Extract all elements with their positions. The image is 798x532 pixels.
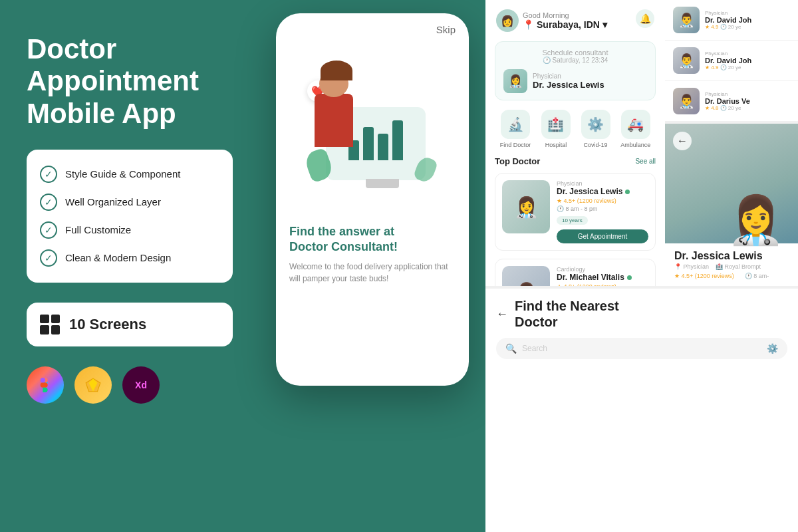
location-pin-icon: 📍: [523, 19, 534, 30]
check-icon-customize: ✓: [40, 221, 57, 239]
cat-covid[interactable]: ⚙️ Covid-19: [581, 110, 610, 148]
find-nearest-section: ← Find the NearestDoctor 🔍 Search ⚙️: [485, 286, 798, 532]
filter-icon[interactable]: ⚙️: [767, 343, 778, 354]
detail-location-row: 📍 Physician 🏥 Royal Brompt: [674, 263, 789, 270]
jessica-avatar: 👩‍⚕️: [502, 180, 550, 233]
doctor-card-michael: 👨‍⚕️ Cardiology Dr. Michael Vitalis ★ 4.…: [495, 259, 656, 286]
top-physician-avatar: 👨‍⚕️: [673, 7, 700, 33]
figma-icon: [27, 366, 64, 404]
clock-icon: 🕐: [543, 57, 551, 64]
michael-name: Dr. Michael Vitalis: [557, 273, 648, 282]
screens-label: 10 Screens: [69, 316, 146, 333]
tab-details[interactable]: Details: [674, 285, 708, 286]
svg-point-0: [41, 378, 45, 382]
covid-label: Covid-19: [584, 142, 608, 148]
find-nearest-back-arrow[interactable]: ←: [496, 307, 508, 321]
app-screen-home: 👩 Good Morning 📍 Surabaya, IDN ▾ 🔔: [485, 0, 665, 286]
mini-card-david: 👨‍⚕️ Physician Dr. David Joh ★ 4.9 🕐 20 …: [665, 41, 798, 81]
find-doctor-label: Find Doctor: [500, 142, 531, 148]
michael-avatar: 👨‍⚕️: [502, 266, 550, 286]
david-rating: ★ 4.9 🕐 20 ye: [705, 65, 790, 70]
hospital-label: Hospital: [545, 142, 567, 148]
search-placeholder: Search: [522, 344, 761, 353]
darius-rating: ★ 4.8 🕐 20 ye: [705, 105, 790, 111]
top-physician-name: Dr. David Joh: [705, 16, 790, 24]
detail-specialty: 📍 Physician: [674, 263, 709, 270]
notification-icon[interactable]: 🔔: [636, 9, 654, 28]
darius-specialty: Physician: [705, 91, 790, 97]
top-physician-info: Physician Dr. David Joh ★ 4.9 🕐 20 ye: [705, 10, 790, 30]
darius-name: Dr. Darius Ve: [705, 97, 790, 105]
covid-icon: ⚙️: [581, 110, 610, 139]
feature-item-style: ✓ Style Guide & Component: [40, 166, 219, 183]
skip-button[interactable]: Skip: [436, 24, 456, 35]
category-icons-row: 🔬 Find Doctor 🏥 Hospital ⚙️ Covid-19 🚑 A…: [485, 104, 665, 154]
david-name: Dr. David Joh: [705, 57, 790, 65]
mini-card-top: 👨‍⚕️ Physician Dr. David Joh ★ 4.9 🕐 20 …: [665, 0, 798, 41]
jessica-exp: 10 years: [557, 216, 588, 225]
sketch-icon: [74, 366, 112, 404]
grid-icon: [40, 315, 60, 334]
top-doctor-title: Top Doctor: [495, 156, 540, 166]
phone-mockup: Skip 👤: [276, 13, 469, 386]
michael-online-indicator: [627, 275, 632, 280]
left-panel: Doctor AppointmentMobile App ✓ Style Gui…: [0, 0, 259, 532]
detail-hospital: 🏥 Royal Brompt: [716, 263, 761, 270]
jessica-specialty: Physician: [557, 180, 648, 187]
schedule-time: 🕐 Saturday, 12 23:34: [503, 57, 647, 64]
search-icon: 🔍: [505, 343, 517, 354]
darius-avatar: 👨‍⚕️: [673, 88, 700, 114]
feature-item-layer: ✓ Well Organized Layer: [40, 194, 219, 211]
detail-rating: ★ 4.5+ (1200 reviews): [674, 273, 734, 279]
app-header: 👩 Good Morning 📍 Surabaya, IDN ▾ 🔔: [485, 0, 665, 37]
ambulance-icon: 🚑: [621, 110, 650, 139]
feature-label-layer: Well Organized Layer: [65, 196, 161, 207]
jessica-appt-button[interactable]: Get Appointment: [557, 229, 648, 243]
check-icon-clean: ✓: [40, 249, 57, 267]
jessica-rating: ★ 4.5+ (1200 reviews): [557, 198, 648, 204]
detail-rating-row: ★ 4.5+ (1200 reviews) 🕐 8 am-: [674, 273, 789, 279]
find-answer-subtitle: Welcome to the food delivery application…: [289, 261, 456, 285]
features-box: ✓ Style Guide & Component ✓ Well Organiz…: [27, 150, 233, 283]
cat-find-doctor[interactable]: 🔬 Find Doctor: [500, 110, 531, 148]
location-text: 📍 Surabaya, IDN ▾: [523, 19, 607, 30]
david-info: Physician Dr. David Joh ★ 4.9 🕐 20 ye: [705, 51, 790, 70]
feature-label-customize: Full Customize: [65, 224, 131, 235]
david-specialty: Physician: [705, 51, 790, 57]
hospital-icon: 🏥: [541, 110, 571, 139]
phone-text-content: Find the answer atDoctor Consultant! Wel…: [276, 213, 469, 386]
screens-box: 10 Screens: [27, 303, 233, 346]
darius-info: Physician Dr. Darius Ve ★ 4.8 🕐 20 ye: [705, 91, 790, 111]
schedule-doctor: 👩‍⚕️ Physician Dr. Jessica Lewis: [503, 69, 647, 93]
detail-tabs: Details: [674, 285, 789, 286]
schedule-card: Schedule consultant 🕐 Saturday, 12 23:34…: [495, 41, 656, 100]
center-panel: Skip 👤: [259, 0, 485, 532]
detail-back-arrow[interactable]: ←: [673, 132, 692, 150]
phone-top-bar: Skip: [276, 13, 469, 41]
top-physician-specialty: Physician: [705, 10, 790, 16]
main-title: Doctor AppointmentMobile App: [27, 33, 233, 130]
feature-label-style: Style Guide & Component: [65, 168, 180, 180]
michael-info: Cardiology Dr. Michael Vitalis ★ 4.8+ (1…: [557, 266, 648, 286]
user-avatar: 👩: [496, 9, 519, 32]
ambulance-label: Ambulance: [620, 142, 650, 148]
cat-ambulance[interactable]: 🚑 Ambulance: [620, 110, 650, 148]
search-bar[interactable]: 🔍 Search ⚙️: [496, 338, 787, 359]
doctor-detail-photo: ← 👩‍⚕️: [665, 124, 798, 243]
chevron-down-icon: ▾: [602, 19, 607, 30]
see-all-link[interactable]: See all: [635, 158, 656, 165]
xd-icon: Xd: [122, 366, 160, 404]
right-top: 👩 Good Morning 📍 Surabaya, IDN ▾ 🔔: [485, 0, 798, 286]
jessica-name: Dr. Jessica Lewis: [557, 187, 648, 196]
cat-hospital[interactable]: 🏥 Hospital: [541, 110, 571, 148]
schedule-label: Schedule consultant: [503, 49, 647, 57]
check-icon-layer: ✓: [40, 194, 57, 211]
mini-card-darius: 👨‍⚕️ Physician Dr. Darius Ve ★ 4.8 🕐 20 …: [665, 81, 798, 122]
schedule-doctor-name: Dr. Jessica Lewis: [533, 80, 604, 90]
phone-illustration: 👤 ❤️: [276, 41, 469, 213]
detail-doctor-name: Dr. Jessica Lewis: [674, 250, 789, 262]
find-answer-title: Find the answer atDoctor Consultant!: [289, 224, 456, 255]
top-physician-rating: ★ 4.9 🕐 20 ye: [705, 24, 790, 30]
find-nearest-title: Find the NearestDoctor: [515, 298, 619, 330]
feature-label-clean: Clean & Modern Design: [65, 252, 171, 263]
